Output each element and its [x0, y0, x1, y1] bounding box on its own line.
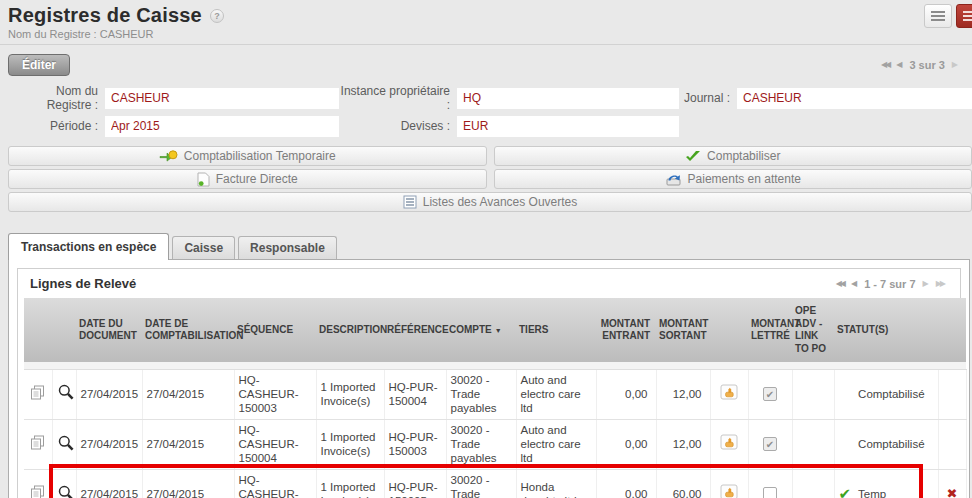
montant-lettre-checkbox[interactable]: ✔: [763, 487, 777, 498]
copy-row-icon[interactable]: [30, 485, 45, 498]
tab-transactions-en-espece[interactable]: Transactions en espèce: [8, 233, 169, 260]
cell-statut: ✔ Comptabilisé: [834, 419, 938, 469]
montant-lettre-checkbox[interactable]: ✔: [763, 387, 777, 401]
zoom-row-icon[interactable]: [57, 383, 75, 404]
cell-tiers: Honda doughty ltd: [516, 469, 596, 498]
cell-statut: ✔ Comptabilisé: [834, 369, 938, 419]
temp-posting-icon: [159, 150, 178, 163]
listes-avances-ouvertes-button[interactable]: Listes des Avances Ouvertes: [8, 192, 972, 212]
direct-invoice-label: Facture Directe: [216, 172, 298, 186]
delete-row-icon[interactable]: ✖: [947, 486, 958, 498]
copy-row-icon[interactable]: [30, 385, 45, 403]
manual-posting-icon[interactable]: [720, 484, 739, 498]
tab-caisse[interactable]: Caisse: [172, 236, 235, 259]
tab-responsable[interactable]: Responsable: [238, 236, 337, 259]
previous-page-icon[interactable]: ◀: [851, 280, 857, 288]
table-row[interactable]: 27/04/2015 27/04/2015 HQ-CASHEUR-150005 …: [24, 469, 966, 498]
statut-text: Comptabilisé: [858, 437, 924, 451]
field-label-instance-proprietaire: Instance propriétaire :: [339, 84, 457, 112]
devises-field[interactable]: [457, 116, 679, 137]
cell-montant-sortant: 12,00: [656, 419, 710, 469]
header-sequence: SÉQUENCE: [234, 298, 316, 362]
cell-sequence: HQ-CASHEUR-150003: [234, 369, 316, 419]
table-header-row: DATE DU DOCUMENT DATE DE COMPTABILISATIO…: [24, 298, 966, 362]
header-montant-entrant: MONTANT ENTRANT: [596, 298, 656, 362]
header-reference: RÉFÉRENCE: [384, 298, 446, 362]
cell-statut: ✔ Temp: [834, 469, 938, 498]
cell-description: 1 Imported Invoice(s): [316, 469, 384, 498]
field-label-journal: Journal :: [679, 91, 737, 105]
paiements-en-attente-button[interactable]: Paiements en attente: [494, 169, 972, 189]
panel-title: Lignes de Relevé: [30, 276, 136, 291]
cell-ope-adv: [792, 469, 834, 498]
list-view-button[interactable]: [924, 4, 952, 28]
header-tiers: TIERS: [516, 298, 596, 362]
lettre-check-icon: ✔: [766, 389, 774, 400]
field-label-devises: Devises :: [339, 119, 457, 133]
record-subtitle: Nom du Registre : CASHEUR: [8, 28, 972, 40]
instance-proprietaire-field[interactable]: [457, 88, 679, 109]
cell-post-date: 27/04/2015: [142, 469, 234, 498]
journal-field[interactable]: [737, 88, 972, 109]
temp-posting-label: Comptabilisation Temporaire: [184, 149, 336, 163]
nom-du-registre-field[interactable]: [105, 88, 339, 109]
header-statuts: STATUT(S): [834, 298, 938, 362]
header-spacer-row: [24, 362, 966, 369]
field-label-nom-du-registre: Nom du Registre :: [8, 84, 105, 112]
cell-montant-sortant: 12,00: [656, 369, 710, 419]
header-montant-lettre: MONTANT LETTRÉ: [748, 298, 792, 362]
zoom-row-icon[interactable]: [57, 484, 75, 498]
direct-invoice-icon: [197, 172, 210, 187]
lines-pager-text: 1 - 7 sur 7: [864, 278, 915, 290]
help-icon[interactable]: ?: [210, 9, 224, 23]
montant-lettre-checkbox[interactable]: ✔: [763, 437, 777, 451]
cell-doc-date: 27/04/2015: [76, 369, 142, 419]
cell-reference: HQ-PUR-150004: [384, 369, 446, 419]
cell-tiers: Auto and electro care ltd: [516, 419, 596, 469]
registres-de-caisse-page: Registres de Caisse ? Nom du Registre : …: [0, 0, 972, 498]
cell-doc-date: 27/04/2015: [76, 469, 142, 498]
zoom-row-icon[interactable]: [57, 434, 75, 455]
statut-text: Temp: [858, 487, 886, 498]
facture-directe-button[interactable]: Facture Directe: [8, 169, 487, 189]
previous-record-icon[interactable]: ◀: [896, 61, 902, 69]
first-page-icon[interactable]: ◀◀: [836, 280, 844, 288]
last-page-icon[interactable]: ▶▶: [936, 280, 944, 288]
post-label: Comptabiliser: [707, 149, 780, 163]
periode-field[interactable]: [105, 116, 339, 137]
open-advances-list-icon: [403, 195, 417, 209]
report-view-button[interactable]: [956, 4, 972, 28]
toolbar: Éditer ◀◀ ◀ 3 sur 3 ▶: [0, 45, 972, 84]
comptabilisation-temporaire-button[interactable]: Comptabilisation Temporaire: [8, 146, 487, 166]
manual-posting-icon[interactable]: [720, 434, 739, 454]
cell-montant-entrant: 0,00: [596, 469, 656, 498]
open-advances-label: Listes des Avances Ouvertes: [423, 195, 578, 209]
header-delete-col: [938, 298, 966, 362]
header-ope-adv-link-to-po: OPE ADV - LINK TO PO: [792, 298, 834, 362]
field-label-periode: Période :: [8, 119, 105, 133]
cell-compte: 30020 - Trade payables: [446, 419, 516, 469]
comptabiliser-button[interactable]: Comptabiliser: [494, 146, 972, 166]
next-record-icon[interactable]: ▶: [952, 61, 958, 69]
header-compte[interactable]: COMPTE▼: [446, 298, 516, 362]
table-row[interactable]: 27/04/2015 27/04/2015 HQ-CASHEUR-150004 …: [24, 419, 966, 469]
statut-text: Comptabilisé: [858, 387, 924, 401]
manual-posting-icon[interactable]: [720, 384, 739, 404]
edit-button[interactable]: Éditer: [8, 54, 70, 76]
cell-ope-adv: [792, 419, 834, 469]
page-header: Registres de Caisse ? Nom du Registre : …: [0, 0, 972, 45]
tab-bar: Transactions en espèce Caisse Responsabl…: [0, 233, 972, 259]
temp-posted-check-icon: ✔: [839, 485, 852, 498]
next-page-icon[interactable]: ▶: [923, 280, 929, 288]
cell-ope-adv: [792, 369, 834, 419]
report-list-icon: [963, 15, 972, 17]
cell-montant-entrant: 0,00: [596, 419, 656, 469]
copy-row-icon[interactable]: [30, 435, 45, 453]
cell-post-date: 27/04/2015: [142, 369, 234, 419]
cell-reference: HQ-PUR-150005: [384, 469, 446, 498]
first-record-icon[interactable]: ◀◀: [881, 61, 889, 69]
pending-payments-icon: [665, 172, 682, 186]
cell-sequence: HQ-CASHEUR-150005: [234, 469, 316, 498]
table-row[interactable]: 27/04/2015 27/04/2015 HQ-CASHEUR-150003 …: [24, 369, 966, 419]
pending-payments-label: Paiements en attente: [688, 172, 801, 186]
